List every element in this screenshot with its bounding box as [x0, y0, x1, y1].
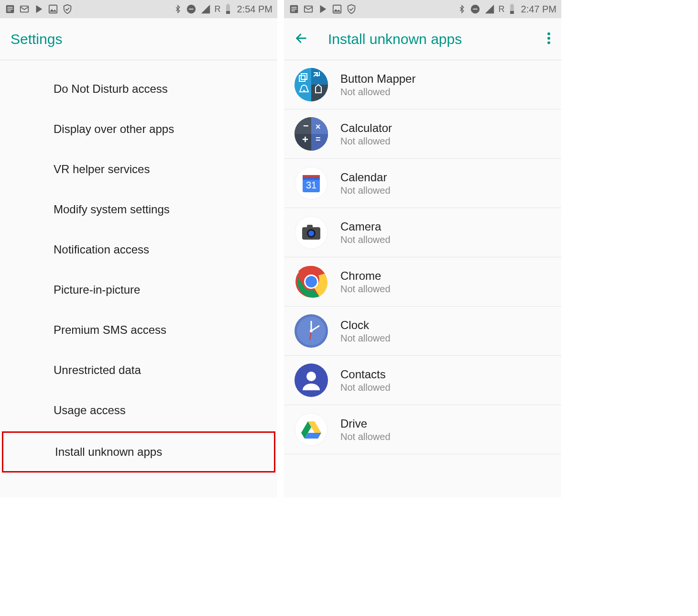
app-name: Contacts: [340, 368, 391, 381]
svg-rect-13: [292, 9, 297, 10]
notification-icon: [289, 4, 299, 14]
svg-point-54: [310, 330, 313, 332]
settings-item[interactable]: Usage access: [0, 390, 277, 430]
page-title: Settings: [11, 31, 62, 47]
clock-time: 2:54 PM: [237, 4, 273, 15]
clock-time: 2:47 PM: [521, 4, 556, 15]
app-status: Not allowed: [340, 431, 391, 442]
svg-rect-14: [292, 11, 295, 11]
settings-item[interactable]: VR helper services: [0, 149, 277, 189]
network-type: R: [499, 4, 505, 14]
svg-point-56: [306, 372, 316, 381]
more-vert-icon: [547, 32, 551, 45]
app-status: Not allowed: [340, 87, 415, 98]
clock-icon: [294, 314, 328, 348]
bluetooth-icon: [174, 3, 182, 15]
svg-rect-12: [292, 7, 297, 8]
image-icon: [332, 4, 342, 14]
svg-point-57: [295, 413, 327, 446]
svg-rect-2: [8, 9, 13, 10]
svg-rect-7: [189, 9, 193, 10]
app-name: Button Mapper: [340, 72, 415, 86]
app-row[interactable]: −×+=CalculatorNot allowed: [284, 110, 561, 159]
svg-rect-5: [49, 5, 57, 13]
settings-item-install-unknown[interactable]: Install unknown apps: [3, 433, 274, 471]
gmail-icon: [19, 4, 30, 14]
svg-point-25: [547, 41, 550, 44]
svg-rect-20: [511, 4, 513, 5]
calendar-icon: 31: [294, 166, 328, 200]
svg-text:31: 31: [306, 180, 316, 190]
app-row[interactable]: CameraNot allowed: [284, 208, 561, 257]
play-icon: [317, 4, 328, 14]
svg-rect-21: [510, 11, 514, 14]
settings-item[interactable]: Modify system settings: [0, 189, 277, 230]
app-name: Clock: [340, 319, 391, 332]
app-row[interactable]: 31CalendarNot allowed: [284, 159, 561, 208]
page-title: Install unknown apps: [328, 31, 462, 47]
svg-rect-16: [333, 5, 341, 13]
app-status: Not allowed: [340, 136, 392, 147]
overflow-menu-button[interactable]: [547, 32, 551, 47]
app-status: Not allowed: [340, 284, 391, 295]
gmail-icon: [303, 4, 314, 14]
svg-rect-9: [227, 4, 229, 5]
settings-item[interactable]: Display over other apps: [0, 109, 277, 149]
phone-right: R 2:47 PM Install unknown apps Button Ma…: [284, 0, 561, 497]
battery-icon: [509, 3, 515, 15]
app-row[interactable]: Button MapperNot allowed: [284, 60, 561, 110]
status-bar: R 2:47 PM: [284, 0, 561, 18]
svg-point-44: [308, 231, 314, 236]
app-bar: Install unknown apps: [284, 18, 561, 60]
svg-rect-38: [303, 175, 320, 177]
calculator-icon: −×+=: [294, 117, 328, 151]
dnd-icon: [470, 4, 480, 14]
app-name: Chrome: [340, 269, 391, 283]
dnd-icon: [186, 4, 196, 14]
play-icon: [33, 4, 44, 14]
svg-rect-1: [8, 7, 13, 8]
app-status: Not allowed: [340, 185, 391, 196]
status-bar: R 2:54 PM: [0, 0, 277, 18]
network-type: R: [215, 4, 221, 14]
back-button[interactable]: [294, 32, 308, 47]
signal-icon: [484, 4, 495, 14]
svg-rect-18: [473, 9, 477, 10]
contacts-icon: [294, 363, 328, 397]
app-row[interactable]: ContactsNot allowed: [284, 356, 561, 405]
camera-icon: [294, 216, 328, 249]
settings-item[interactable]: Do Not Disturb access: [0, 69, 277, 109]
settings-item[interactable]: Premium SMS access: [0, 310, 277, 350]
shield-icon: [346, 4, 357, 14]
app-bar: Settings: [0, 18, 277, 60]
svg-text:×: ×: [316, 122, 321, 132]
signal-icon: [200, 4, 211, 14]
settings-list: Device admin apps Do Not Disturb access …: [0, 60, 277, 497]
svg-rect-42: [307, 225, 313, 228]
app-row[interactable]: ChromeNot allowed: [284, 257, 561, 307]
app-name: Drive: [340, 417, 391, 430]
chrome-icon: [294, 265, 328, 298]
battery-icon: [225, 3, 231, 15]
svg-point-29: [303, 90, 305, 92]
app-row[interactable]: DriveNot allowed: [284, 405, 561, 454]
svg-point-23: [547, 32, 550, 35]
app-name: Calculator: [340, 121, 392, 135]
svg-point-24: [547, 37, 550, 40]
svg-rect-3: [8, 11, 11, 11]
arrow-back-icon: [294, 32, 308, 45]
bluetooth-icon: [458, 3, 466, 15]
shield-icon: [62, 4, 73, 14]
settings-item[interactable]: Notification access: [0, 230, 277, 270]
svg-text:−: −: [303, 121, 309, 131]
app-status: Not allowed: [340, 333, 391, 344]
buttonmapper-icon: [294, 68, 328, 101]
settings-item[interactable]: Unrestricted data: [0, 350, 277, 390]
settings-item[interactable]: Picture-in-picture: [0, 270, 277, 310]
svg-text:=: =: [316, 134, 321, 144]
app-row[interactable]: ClockNot allowed: [284, 307, 561, 356]
app-status: Not allowed: [340, 382, 391, 393]
image-icon: [48, 4, 58, 14]
drive-icon: [294, 413, 328, 446]
phone-left: R 2:54 PM Settings Device admin apps Do …: [0, 0, 277, 497]
